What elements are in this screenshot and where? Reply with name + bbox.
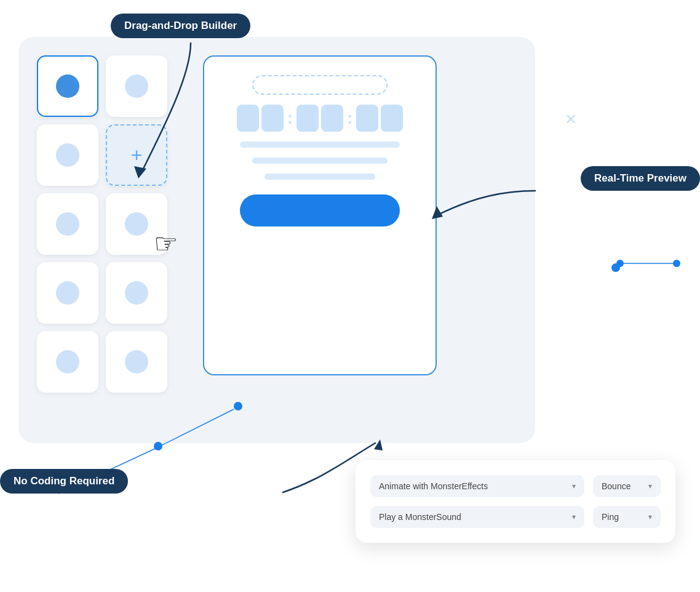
tile-dot <box>56 350 79 374</box>
chevron-icon-4: ▾ <box>648 513 652 521</box>
preview-line-1 <box>240 142 400 148</box>
preview-panel: : : <box>203 55 437 375</box>
chevron-icon: ▾ <box>572 482 576 490</box>
real-time-tooltip: Real-Time Preview <box>581 166 700 191</box>
effects-row-2: Play a MonsterSound ▾ Ping ▾ <box>370 506 661 528</box>
sound-label: Play a MonsterSound <box>379 512 461 522</box>
ping-label: Ping <box>602 512 619 522</box>
timer-digit <box>321 105 343 132</box>
tile-4-2[interactable] <box>106 262 167 324</box>
tile-2-1[interactable] <box>37 124 98 186</box>
tile-dot <box>125 212 148 236</box>
tile-dot <box>56 74 79 98</box>
tile-dot <box>125 74 148 98</box>
tile-4-1[interactable] <box>37 262 98 324</box>
chevron-icon-3: ▾ <box>572 513 576 521</box>
real-time-label: Real-Time Preview <box>594 172 686 184</box>
effects-row-1: Animate with MonsterEffects ▾ Bounce ▾ <box>370 475 661 497</box>
tile-dot <box>125 281 148 305</box>
tile-dot <box>56 281 79 305</box>
preview-cta-button <box>240 194 400 226</box>
effects-panel: Animate with MonsterEffects ▾ Bounce ▾ P… <box>356 460 675 543</box>
timer-colon-2: : <box>347 108 352 128</box>
tile-2-2-dashed[interactable]: + <box>106 124 167 186</box>
no-coding-label: No Coding Required <box>14 475 114 487</box>
timer-digit <box>237 105 259 132</box>
tiles-grid: + <box>37 55 167 393</box>
tile-plus-icon: + <box>131 145 143 165</box>
tile-1-1[interactable] <box>37 55 98 117</box>
tile-5-2[interactable] <box>106 331 167 393</box>
no-coding-tooltip: No Coding Required <box>0 469 128 494</box>
tile-dot <box>125 350 148 374</box>
tile-1-2[interactable] <box>106 55 167 117</box>
timer-digit <box>296 105 319 132</box>
timer-digit <box>261 105 284 132</box>
tile-3-1[interactable] <box>37 193 98 255</box>
timer-group-3 <box>356 105 403 132</box>
tile-dot <box>56 143 79 167</box>
timer-digit <box>356 105 378 132</box>
connector-dot-nocoding-1 <box>154 442 162 450</box>
timer-group-1 <box>237 105 284 132</box>
tile-dot <box>56 212 79 236</box>
preview-line-2 <box>252 158 388 164</box>
cursor-icon: ☞ <box>154 228 178 259</box>
connector-dot-nocoding-2 <box>234 402 242 410</box>
tile-5-1[interactable] <box>37 331 98 393</box>
preview-timer: : : <box>237 105 404 132</box>
timer-group-2 <box>296 105 343 132</box>
timer-colon: : <box>287 108 293 128</box>
animate-label: Animate with MonsterEffects <box>379 481 488 491</box>
drag-drop-label: Drag-and-Drop Builder <box>124 20 237 31</box>
sound-select[interactable]: Play a MonsterSound ▾ <box>370 506 584 528</box>
timer-digit <box>381 105 403 132</box>
bounce-label: Bounce <box>602 481 630 491</box>
builder-panel: + ☞ : <box>18 37 535 443</box>
preview-line-3 <box>264 174 375 180</box>
svg-point-7 <box>673 260 680 267</box>
ping-select[interactable]: Ping ▾ <box>593 506 661 528</box>
preview-title-bar <box>252 75 388 95</box>
chevron-icon-2: ▾ <box>648 482 652 490</box>
deco-x-1: ✕ <box>565 111 577 128</box>
animate-select[interactable]: Animate with MonsterEffects ▾ <box>370 475 584 497</box>
drag-drop-tooltip: Drag-and-Drop Builder <box>111 14 250 38</box>
bounce-select[interactable]: Bounce ▾ <box>593 475 661 497</box>
connector-dot-realtime <box>611 263 620 272</box>
